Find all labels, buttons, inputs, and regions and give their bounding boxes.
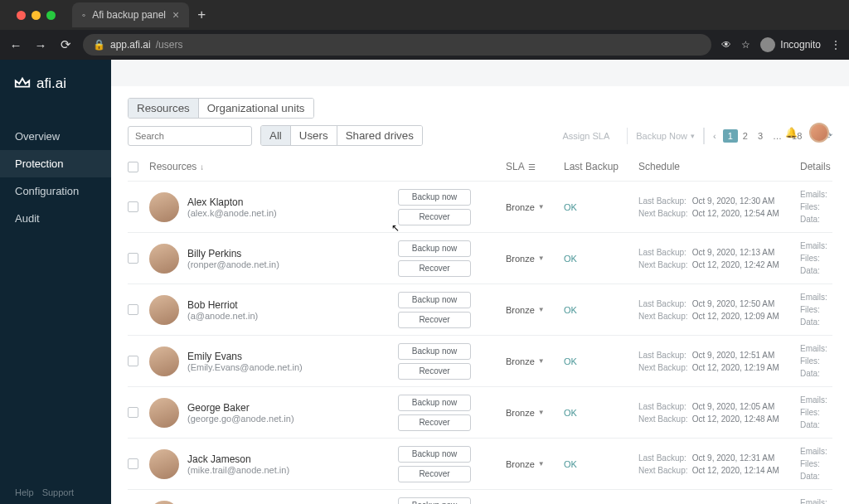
backup-now-row-button[interactable]: Backup now (398, 292, 471, 308)
incognito-icon (760, 37, 775, 52)
table-row: Alex Klapton(alex.k@anode.net.in)Backup … (128, 181, 832, 232)
user-email: (alex.k@anode.net.in) (187, 208, 277, 218)
minimize-window-icon[interactable] (32, 11, 41, 20)
table-row: Bob Herriot(a@anode.net.in)Backup nowRec… (128, 284, 832, 335)
user-name: Jack Jameson (187, 453, 289, 465)
schedule-cell: Last Backup: Oct 9, 2020, 12:51 AMNext B… (638, 349, 800, 374)
schedule-cell: Last Backup: Oct 9, 2020, 12:31 AMNext B… (638, 452, 800, 477)
recover-row-button[interactable]: Recover (398, 209, 471, 225)
url-host: app.afi.ai (110, 39, 151, 51)
sidebar-item-overview[interactable]: Overview (0, 123, 111, 150)
col-resources[interactable]: Resources ↓ (149, 161, 398, 172)
backup-now-row-button[interactable]: Backup now (398, 240, 471, 257)
details-cell: Emails:37,899Files:12,479Data:57 GB (800, 445, 849, 482)
recover-row-button[interactable]: Recover (398, 363, 471, 380)
row-checkbox[interactable] (128, 407, 138, 418)
caret-down-icon: ▼ (538, 460, 545, 468)
address-bar[interactable]: 🔒 app.afi.ai/users (83, 34, 711, 56)
row-checkbox[interactable] (128, 304, 138, 315)
recover-row-button[interactable]: Recover (398, 312, 471, 328)
recover-row-button[interactable]: Recover (398, 260, 471, 277)
caret-down-icon: ▼ (538, 203, 545, 211)
backup-now-row-button[interactable]: Backup now (398, 497, 471, 505)
reload-icon[interactable]: ⟳ (58, 37, 73, 52)
user-avatar (149, 449, 179, 479)
sla-select[interactable]: Bronze ▼ (506, 356, 545, 366)
details-cell: Emails:16,277Files:37Data:1.1 GB (800, 394, 849, 431)
user-email: (Emily.Evans@anode.net.in) (187, 362, 303, 372)
eye-off-icon[interactable]: 👁 (721, 39, 731, 51)
sla-select[interactable]: Bronze ▼ (506, 459, 545, 469)
user-email: (a@anode.net.in) (187, 311, 258, 321)
last-backup-status: OK (564, 356, 577, 366)
window-controls[interactable] (7, 11, 65, 20)
primary-tabs: ResourcesOrganizational units (128, 98, 314, 119)
sidebar-item-configuration[interactable]: Configuration (0, 177, 111, 205)
user-name: Alex Klapton (187, 196, 277, 208)
schedule-cell: Last Backup: Oct 9, 2020, 12:30 AMNext B… (638, 195, 800, 220)
details-cell: Emails:163,995Files:52Data:32 GB (800, 497, 849, 504)
browser-chrome: ◦ Afi backup panel × + ← → ⟳ 🔒 app.afi.a… (0, 0, 849, 60)
user-avatar (149, 295, 179, 325)
sidebar-item-protection[interactable]: Protection (0, 150, 111, 177)
table-row: George Baker(george.go@anode.net.in)Back… (128, 386, 832, 438)
sla-select[interactable]: Bronze ▼ (506, 202, 545, 212)
user-name: Emily Evans (187, 351, 303, 362)
help-link[interactable]: Help (15, 487, 34, 497)
recover-row-button[interactable]: Recover (398, 414, 471, 431)
caret-down-icon: ▼ (538, 254, 545, 262)
brand-logo[interactable]: afi.ai (0, 60, 111, 108)
tab-resources[interactable]: Resources (129, 99, 198, 118)
row-checkbox[interactable] (128, 253, 138, 264)
last-backup-status: OK (564, 408, 577, 418)
col-schedule: Schedule (638, 161, 800, 172)
details-cell: Emails:16,159Files:1Data:707 MB (800, 240, 849, 277)
backup-now-row-button[interactable]: Backup now (398, 343, 471, 360)
star-icon[interactable]: ☆ (741, 39, 750, 51)
filter-icon: ☰ (528, 162, 536, 172)
row-checkbox[interactable] (128, 201, 138, 212)
backup-now-row-button[interactable]: Backup now (398, 395, 471, 411)
sla-select[interactable]: Bronze ▼ (506, 408, 545, 418)
last-backup-status: OK (564, 202, 577, 212)
tab-favicon-icon: ◦ (82, 9, 85, 21)
sidebar-item-audit[interactable]: Audit (0, 205, 111, 232)
sla-select[interactable]: Bronze ▼ (506, 305, 545, 315)
maximize-window-icon[interactable] (46, 11, 56, 20)
user-email: (george.go@anode.net.in) (187, 414, 294, 424)
back-icon[interactable]: ← (8, 38, 23, 52)
close-tab-icon[interactable]: × (172, 8, 179, 22)
forward-icon[interactable]: → (33, 38, 48, 52)
notifications-icon[interactable]: 🔔 (785, 127, 798, 138)
col-sla[interactable]: SLA ☰ (506, 161, 564, 172)
col-details: Details (800, 161, 849, 172)
schedule-cell: Last Backup: Oct 9, 2020, 12:50 AMNext B… (638, 298, 800, 322)
browser-tab[interactable]: ◦ Afi backup panel × (72, 2, 189, 27)
caret-down-icon: ▼ (538, 357, 545, 365)
app-top-bar: 🔔 (222, 119, 849, 146)
close-window-icon[interactable] (17, 11, 26, 20)
brand-name: afi.ai (36, 75, 66, 92)
row-checkbox[interactable] (128, 356, 138, 366)
menu-icon[interactable]: ⋮ (831, 39, 841, 51)
current-user-avatar[interactable] (809, 123, 829, 143)
details-cell: Emails:133,883Files:91,628Data:90 GB (800, 342, 849, 380)
last-backup-status: OK (564, 305, 577, 315)
user-email: (ronper@anode.net.in) (187, 259, 279, 269)
user-avatar (149, 192, 179, 222)
sla-select[interactable]: Bronze ▼ (506, 254, 545, 264)
select-all-checkbox[interactable] (128, 162, 138, 172)
recover-row-button[interactable]: Recover (398, 466, 471, 482)
table-row: Kerry Borrow(kerry.borrow@anode.net…Back… (128, 489, 832, 504)
tab-title: Afi backup panel (92, 9, 166, 21)
schedule-cell: Last Backup: Oct 9, 2020, 12:13 AMNext B… (638, 246, 800, 271)
tab-organizational-units[interactable]: Organizational units (198, 99, 313, 118)
new-tab-button[interactable]: + (197, 7, 206, 23)
details-cell: Emails:78,965Files:33,210Data:8.9 GB (800, 188, 849, 225)
col-last-backup[interactable]: Last Backup (564, 161, 638, 172)
support-link[interactable]: Support (42, 487, 75, 497)
last-backup-status: OK (564, 459, 577, 469)
backup-now-row-button[interactable]: Backup now (398, 189, 471, 206)
row-checkbox[interactable] (128, 458, 138, 469)
backup-now-row-button[interactable]: Backup now (398, 446, 471, 463)
